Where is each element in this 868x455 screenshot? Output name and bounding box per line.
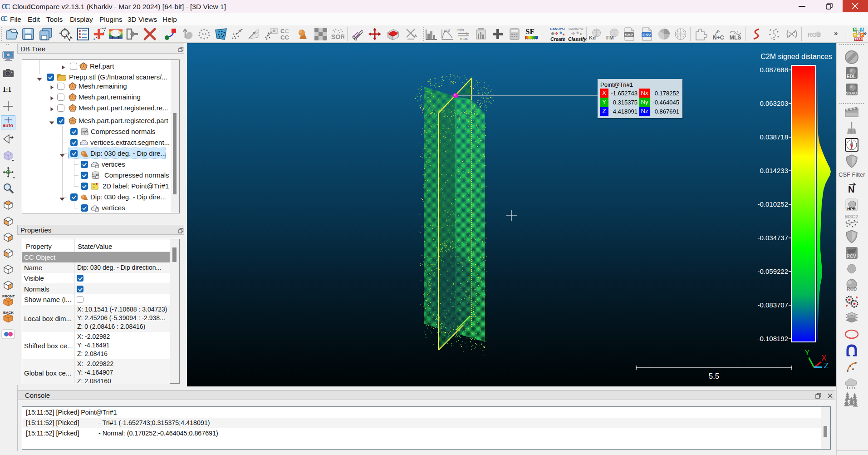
svg-text:FM: FM	[606, 35, 614, 40]
svg-text:MLS: MLS	[730, 35, 741, 41]
svg-text:S: S	[854, 33, 857, 37]
svg-text:M3C2: M3C2	[845, 214, 858, 219]
svg-text:SF: SF	[525, 27, 535, 36]
svg-text:RGD: RGD	[847, 287, 857, 292]
svg-text:PCV: PCV	[847, 254, 856, 259]
svg-text:-0.083707: -0.083707	[757, 301, 788, 309]
svg-text:0.087688: 0.087688	[760, 66, 788, 74]
svg-text:CC: CC	[280, 28, 289, 35]
svg-text:-0.059222: -0.059222	[757, 267, 788, 275]
svg-text:SOR: SOR	[331, 33, 344, 40]
svg-text:Y: Y	[804, 348, 809, 357]
svg-text:auto: auto	[3, 123, 14, 128]
svg-text:SSAO: SSAO	[846, 91, 858, 95]
svg-text:Kd: Kd	[589, 35, 596, 40]
svg-text:max: max	[460, 36, 468, 41]
svg-text:Create: Create	[550, 36, 565, 42]
svg-text:HPR: HPR	[847, 207, 856, 211]
svg-text:EDL: EDL	[847, 74, 856, 79]
svg-text:BACK: BACK	[3, 311, 14, 315]
svg-text:5.5: 5.5	[709, 372, 720, 381]
svg-text:SHP: SHP	[625, 33, 633, 37]
svg-text:-0.010252: -0.010252	[757, 200, 788, 208]
svg-text:0.063203: 0.063203	[760, 99, 788, 107]
svg-text:μ,σ: μ,σ	[444, 28, 450, 33]
svg-text:C2M signed distances: C2M signed distances	[760, 53, 832, 60]
svg-text:CC: CC	[0, 15, 8, 22]
svg-text:-0.034737: -0.034737	[757, 234, 788, 242]
svg-text:Z: Z	[824, 361, 829, 370]
svg-text:CSV: CSV	[642, 33, 651, 37]
svg-text:CANUPO: CANUPO	[550, 27, 565, 31]
svg-text:0.014233: 0.014233	[760, 167, 788, 174]
svg-text:TRAIN: TRAIN	[855, 38, 864, 41]
svg-text:-0.108192: -0.108192	[757, 335, 788, 342]
svg-text:CC: CC	[280, 34, 289, 41]
svg-text:1:1: 1:1	[3, 86, 11, 93]
svg-text:CANUPO: CANUPO	[569, 27, 584, 31]
svg-text:CC: CC	[1, 3, 10, 10]
svg-text:Classify: Classify	[568, 36, 587, 42]
svg-text:N+C: N+C	[713, 35, 724, 41]
svg-text:min: min	[457, 28, 464, 32]
svg-text:FRONT: FRONT	[2, 294, 15, 298]
svg-text:0.038718: 0.038718	[760, 133, 788, 141]
